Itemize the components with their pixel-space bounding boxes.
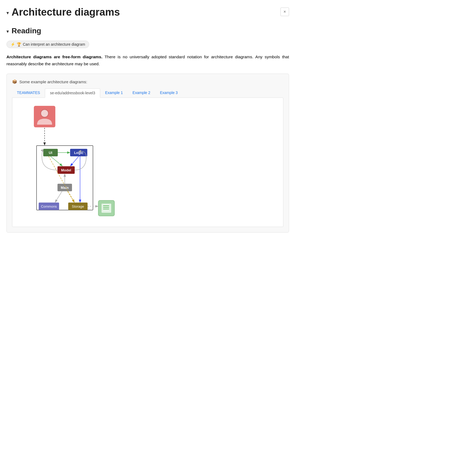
box-icon: 📦 [12,79,17,84]
tab-example1[interactable]: Example 1 [100,88,128,98]
page-chevron-icon[interactable]: ▾ [6,10,9,16]
tab-example2[interactable]: Example 2 [128,88,155,98]
objective-badge: ⚡ 🏆 Can interpret an architecture diagra… [6,41,89,48]
svg-text:Storage: Storage [72,204,84,208]
description-bold: Architecture diagrams are free-form diag… [6,55,102,59]
description-paragraph: Architecture diagrams are free-form diag… [6,53,289,67]
diagram-area: UI Logic Model Main Commons Storage [12,98,283,227]
architecture-diagram: UI Logic Model Main Commons Storage [18,103,120,221]
tab-example3[interactable]: Example 3 [155,88,183,98]
example-box-title-text: Some example architecture diagrams: [19,80,87,84]
svg-text:Model: Model [61,168,71,172]
svg-text:Commons: Commons [41,204,57,208]
close-button[interactable]: × [280,8,289,16]
svg-text:UI: UI [49,151,52,155]
tab-teammates[interactable]: TEAMMATES [12,88,45,98]
section-title: Reading [12,27,41,35]
svg-text:Main: Main [61,186,69,190]
example-box: 📦 Some example architecture diagrams: TE… [6,74,289,233]
tab-se-edu[interactable]: se-edu/addressbook-level3 [45,88,100,98]
example-box-title: 📦 Some example architecture diagrams: [12,79,283,84]
tab-bar: TEAMMATES se-edu/addressbook-level3 Exam… [12,88,283,98]
svg-rect-11 [102,204,111,213]
badge-text: Can interpret an architecture diagram [23,42,85,46]
diagram-container: UI Logic Model Main Commons Storage [18,103,278,221]
user-icon [34,106,55,127]
svg-point-2 [41,110,48,117]
section-chevron-icon[interactable]: ▾ [6,28,9,34]
trophy-icon: 🏆 [17,42,21,46]
lightning-icon: ⚡ [10,42,15,46]
page-title: Architecture diagrams [12,6,120,18]
